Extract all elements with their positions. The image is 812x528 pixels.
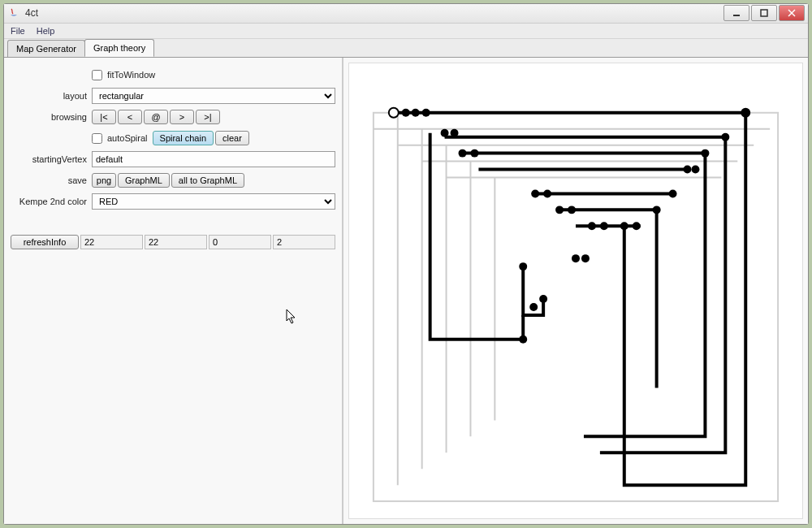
svg-point-20 [451,129,459,137]
left-panel: fitToWindow layout rectangular browsing … [4,58,343,524]
info-value-1: 22 [80,235,143,249]
svg-point-27 [531,189,539,197]
svg-point-30 [555,206,564,214]
all-to-graphml-button[interactable]: all to GraphML [171,173,244,188]
starting-vertex-label: startingVertex [11,154,92,164]
fit-to-window-label: fitToWindow [107,70,155,80]
svg-point-29 [669,189,677,197]
svg-point-34 [600,222,608,230]
layout-select[interactable]: rectangular [92,88,335,104]
graph-canvas[interactable] [349,63,802,518]
content-area: fitToWindow layout rectangular browsing … [4,57,808,524]
row-kempe: Kempe 2nd color RED [11,193,335,210]
svg-point-35 [620,222,628,230]
java-icon [7,6,20,19]
svg-point-39 [581,254,590,262]
first-button[interactable]: |< [92,110,116,124]
auto-spiral-checkbox[interactable] [92,133,102,144]
svg-point-18 [741,108,750,118]
svg-point-28 [543,189,551,197]
svg-point-15 [402,109,410,117]
svg-point-36 [633,222,641,230]
row-browsing: browsing |< < @ > >| [11,108,335,126]
window-controls [723,5,805,21]
kempe-label: Kempe 2nd color [11,197,92,206]
next-button[interactable]: > [170,110,194,124]
main-window: 4ct File Help Map Generator Graph theory… [3,3,809,525]
svg-point-16 [412,109,420,117]
svg-point-26 [684,166,692,174]
tab-map-generator[interactable]: Map Generator [7,40,85,57]
layout-label: layout [11,91,92,101]
maximize-button[interactable] [751,5,777,21]
menu-help[interactable]: Help [37,26,55,36]
svg-point-33 [588,222,596,230]
png-button[interactable]: png [92,173,116,188]
close-button[interactable] [779,5,805,21]
svg-point-40 [529,303,538,311]
svg-point-31 [568,206,576,214]
svg-point-22 [459,149,467,158]
auto-spiral-label: autoSpiral [107,133,148,143]
svg-point-38 [572,254,580,262]
prev-button[interactable]: < [118,110,142,124]
svg-point-24 [701,149,709,158]
svg-point-21 [721,133,729,141]
info-row: refreshInfo 22 22 0 2 [11,235,335,249]
spiral-chain-button[interactable]: Spiral chain [153,131,214,145]
svg-point-41 [539,295,547,303]
kempe-select[interactable]: RED [92,193,335,210]
row-layout: layout rectangular [11,87,335,105]
info-value-3: 0 [209,235,271,249]
row-starting-vertex: startingVertex [11,150,335,168]
svg-point-32 [653,206,661,214]
minimize-button[interactable] [723,5,749,21]
info-value-2: 22 [145,235,207,249]
fit-to-window-checkbox[interactable] [92,70,102,80]
menubar: File Help [4,24,808,39]
info-value-4: 2 [273,235,335,249]
titlebar: 4ct [4,4,808,24]
svg-rect-1 [761,10,767,16]
svg-point-23 [470,149,478,158]
menu-file[interactable]: File [11,26,25,36]
starting-vertex-input[interactable] [92,151,335,167]
row-save: save png GraphML all to GraphML [11,171,335,189]
tabbar: Map Generator Graph theory [4,39,808,57]
svg-point-14 [389,108,399,118]
last-button[interactable]: >| [196,110,220,124]
tab-graph-theory[interactable]: Graph theory [84,39,154,57]
svg-point-19 [441,129,449,137]
at-button[interactable]: @ [144,110,168,124]
clear-button[interactable]: clear [215,131,249,145]
graphml-button[interactable]: GraphML [118,173,170,188]
row-fit-to-window: fitToWindow [11,66,335,84]
svg-point-37 [519,262,527,270]
svg-point-42 [519,335,527,344]
svg-point-17 [422,109,430,117]
row-spiral: autoSpiral Spiral chain clear [11,129,335,147]
refresh-info-button[interactable]: refreshInfo [11,235,79,249]
save-label: save [11,175,92,185]
graph-panel [348,63,803,519]
browsing-label: browsing [11,112,92,122]
window-title: 4ct [25,7,723,19]
svg-point-25 [691,166,699,174]
